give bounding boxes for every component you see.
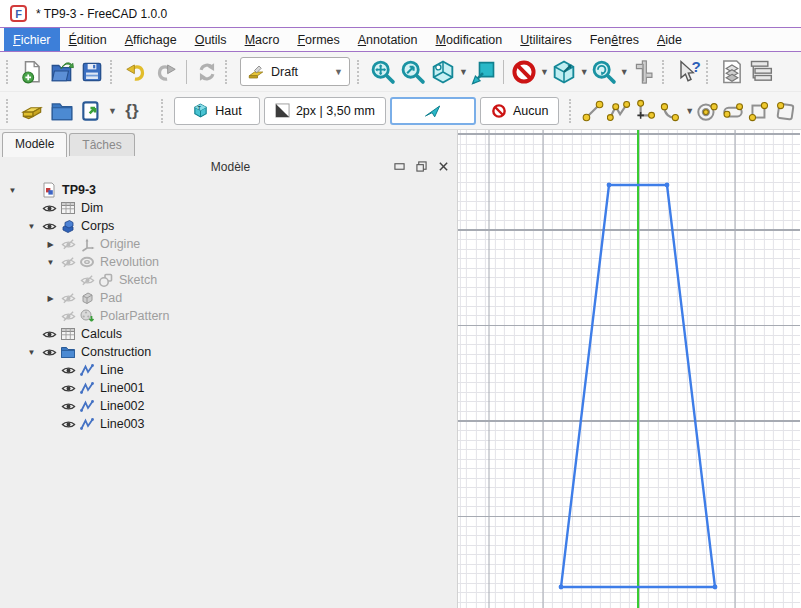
menu-bar: FichierÉditionAffichageOutilsMacroFormes… <box>0 27 801 52</box>
tree-item-label: Sketch <box>119 273 157 287</box>
tree-item-sketch[interactable]: Sketch <box>0 271 457 289</box>
expand-arrow-icon[interactable]: ▶ <box>42 294 59 303</box>
open-document-button[interactable] <box>47 57 77 87</box>
tree-item-dim[interactable]: Dim <box>0 199 457 217</box>
toolbar-grip[interactable] <box>662 60 669 84</box>
tree-item-tp9-3[interactable]: ▼TP9-3 <box>0 181 457 199</box>
draw-style-icon <box>429 58 457 86</box>
snap-lock-icon <box>581 99 605 123</box>
chevron-down-icon[interactable]: ▼ <box>685 106 694 116</box>
autogroup-button[interactable]: Aucun <box>480 97 559 125</box>
menu-fichier[interactable]: Fichier <box>4 28 60 51</box>
measure-button[interactable] <box>629 57 659 87</box>
chevron-down-icon[interactable]: ▼ <box>620 67 629 77</box>
toolbar-grip[interactable] <box>6 60 13 84</box>
tree-item-pad[interactable]: ▶Pad <box>0 289 457 307</box>
collapse-panel-icon[interactable] <box>393 161 405 173</box>
tree-item-calculs[interactable]: Calculs <box>0 325 457 343</box>
toolbar-grip[interactable] <box>706 60 713 84</box>
toolbar-grip[interactable] <box>569 99 576 123</box>
toolbar-grip[interactable] <box>357 60 364 84</box>
toolbar-grip[interactable] <box>6 99 13 123</box>
style-button[interactable]: 2px | 3,50 mm <box>264 97 386 125</box>
expand-arrow-icon[interactable]: ▼ <box>23 222 40 231</box>
tree-item-revolution[interactable]: ▼Revolution <box>0 253 457 271</box>
snap-perpendicular-button[interactable] <box>632 96 658 126</box>
toolbar-grip[interactable] <box>161 99 168 123</box>
working-plane-button[interactable]: T Haut <box>174 97 260 125</box>
tree-item-polarpattern[interactable]: PolarPattern <box>0 307 457 325</box>
menu-affichage[interactable]: Affichage <box>116 28 186 51</box>
save-document-button[interactable] <box>77 57 107 87</box>
menu-macro[interactable]: Macro <box>236 28 289 51</box>
view-cube-button[interactable] <box>549 57 579 87</box>
menu-modification[interactable]: Modification <box>427 28 512 51</box>
snap-grid-button[interactable] <box>746 96 772 126</box>
tree-view-button[interactable] <box>747 57 777 87</box>
chevron-down-icon[interactable]: ▼ <box>540 67 549 77</box>
snap-center-button[interactable] <box>694 96 720 126</box>
construction-mode-toggle[interactable] <box>390 97 476 125</box>
expand-arrow-icon[interactable]: ▶ <box>42 240 59 249</box>
snap-center-icon <box>695 99 719 123</box>
axonometric-view-button[interactable] <box>468 57 498 87</box>
fit-all-button[interactable] <box>368 57 398 87</box>
expression-editor-button[interactable]: {} <box>117 96 147 126</box>
chevron-down-icon[interactable]: ▼ <box>580 67 589 77</box>
tab-taches[interactable]: Tâches <box>69 133 134 156</box>
clipping-toggle-button[interactable] <box>509 57 539 87</box>
tree-item-corps[interactable]: ▼Corps <box>0 217 457 235</box>
menu-formes[interactable]: Formes <box>288 28 348 51</box>
workbench-selector[interactable]: Draft ▼ <box>240 57 350 86</box>
snap-midpoint-button[interactable] <box>606 96 632 126</box>
draw-style-button[interactable] <box>428 57 458 87</box>
tree-item-line003[interactable]: Line003 <box>0 415 457 433</box>
expand-arrow-icon[interactable]: ▼ <box>4 186 21 195</box>
menu-annotation[interactable]: Annotation <box>349 28 427 51</box>
snap-lock-button[interactable] <box>580 96 606 126</box>
tree-view-icon <box>748 58 776 86</box>
snap-angle-button[interactable] <box>658 96 684 126</box>
menu-label: Annotation <box>358 33 418 47</box>
snap-more-button[interactable] <box>772 96 798 126</box>
menu-utilitaires[interactable]: Utilitaires <box>511 28 580 51</box>
move-to-group-button[interactable] <box>77 96 107 126</box>
snap-grid-icon <box>747 99 771 123</box>
svg-text:T: T <box>198 106 201 111</box>
refresh-button[interactable] <box>192 57 222 87</box>
tree-item-line001[interactable]: Line001 <box>0 379 457 397</box>
sync-view-button[interactable] <box>589 57 619 87</box>
tree-item-line002[interactable]: Line002 <box>0 397 457 415</box>
undo-button[interactable] <box>121 57 151 87</box>
dependency-graph-button[interactable] <box>717 57 747 87</box>
chevron-down-icon[interactable]: ▼ <box>459 67 468 77</box>
draft-select-plane-button[interactable] <box>17 96 47 126</box>
new-document-button[interactable] <box>17 57 47 87</box>
menu-aide[interactable]: Aide <box>648 28 691 51</box>
tree-item-origine[interactable]: ▶Origine <box>0 235 457 253</box>
tab-modele[interactable]: Modèle <box>2 132 67 157</box>
tree-item-label: Calculs <box>81 327 122 341</box>
group-folder-button[interactable] <box>47 96 77 126</box>
folder-icon <box>49 98 75 124</box>
toolbar-grip[interactable] <box>110 60 117 84</box>
tree-item-construction[interactable]: ▼Construction <box>0 343 457 361</box>
float-panel-icon[interactable] <box>415 161 427 173</box>
menu-outils[interactable]: Outils <box>186 28 236 51</box>
braces-icon: {} <box>125 101 138 121</box>
redo-button[interactable] <box>151 57 181 87</box>
menu-dition[interactable]: Édition <box>60 28 116 51</box>
whats-this-button[interactable]: ? <box>673 57 703 87</box>
toolbar-file-view: Draft ▼ ▼ <box>0 52 801 92</box>
menu-fentres[interactable]: Fenêtres <box>581 28 648 51</box>
snap-extension-icon <box>721 99 745 123</box>
expand-arrow-icon[interactable]: ▼ <box>42 258 59 267</box>
zoom-selection-button[interactable] <box>398 57 428 87</box>
expand-arrow-icon[interactable]: ▼ <box>23 348 40 357</box>
close-panel-icon[interactable] <box>437 161 449 173</box>
snap-extension-button[interactable] <box>720 96 746 126</box>
tree-item-line[interactable]: Line <box>0 361 457 379</box>
3d-viewport[interactable] <box>458 130 800 608</box>
chevron-down-icon[interactable]: ▼ <box>108 106 117 116</box>
toolbar-grip[interactable] <box>225 60 232 84</box>
